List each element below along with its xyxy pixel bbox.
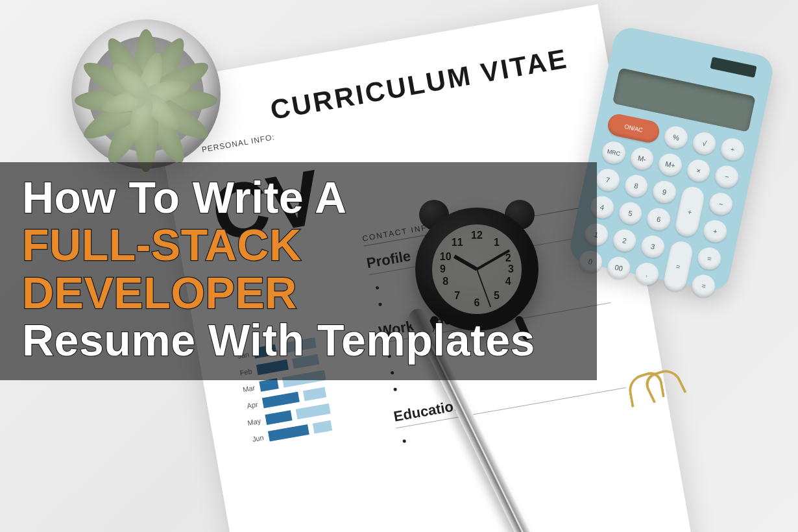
calc-key: 5	[617, 200, 644, 226]
headline-line-3: Resume With Templates	[22, 317, 575, 364]
calc-key: =	[690, 272, 718, 299]
calc-key: ÷	[719, 136, 746, 163]
headline-line-1: How To Write A	[22, 174, 575, 221]
succulent-plant	[71, 19, 221, 169]
calc-key: 00	[605, 254, 633, 281]
calculator-keys: ON/AC % √ ÷ MRC M- M+ × − 7 8 9 + − 4 5 …	[577, 112, 746, 299]
calc-key: MRC	[600, 139, 627, 166]
calc-key: =	[696, 245, 723, 272]
calc-key: 9	[651, 179, 678, 206]
calc-key: 7	[594, 167, 622, 193]
calc-key: 3	[639, 234, 666, 260]
calc-key: 2	[611, 227, 638, 254]
calc-key: M-	[629, 145, 656, 172]
calc-key: 6	[645, 206, 672, 233]
calc-key: √	[691, 130, 718, 157]
calc-key: 8	[623, 173, 650, 199]
headline-overlay: How To Write A FULL-STACK DEVELOPER Resu…	[0, 162, 597, 380]
calculator-solar-panel	[710, 57, 756, 78]
calc-key: M+	[657, 151, 684, 178]
calc-key: +	[673, 185, 707, 239]
calc-key: ON/AC	[606, 112, 662, 145]
calc-key: =	[662, 239, 695, 293]
calc-key: ×	[685, 158, 712, 184]
calc-key: −	[713, 163, 740, 190]
calc-key: %	[662, 124, 690, 151]
calc-key: +	[702, 218, 729, 245]
calc-key: .	[633, 261, 660, 287]
hero-scene: CURRICULUM VITAE PERSONAL INFO: CV CONTA…	[0, 0, 798, 532]
calc-key: −	[707, 191, 734, 217]
headline-line-2: FULL-STACK DEVELOPER	[22, 221, 575, 317]
